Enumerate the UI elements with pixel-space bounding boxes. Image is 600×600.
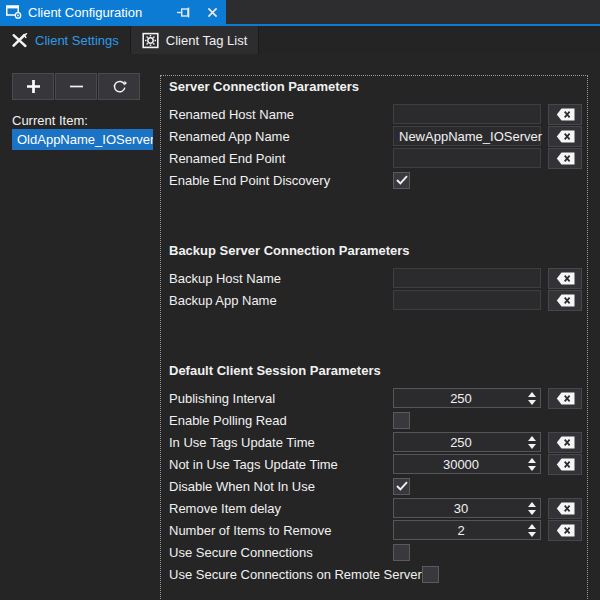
checkbox[interactable] <box>393 172 410 189</box>
clear-field-button[interactable] <box>548 454 582 475</box>
spin-up-button[interactable] <box>528 436 536 441</box>
clear-field-button[interactable] <box>548 520 582 541</box>
param-row: Remove Item delay30 <box>169 497 583 519</box>
settings-section: Default Client Session ParametersPublish… <box>169 361 583 585</box>
clear-field-button[interactable] <box>548 432 582 453</box>
param-label: Backup App Name <box>169 293 393 308</box>
section-title: Default Client Session Parameters <box>169 361 583 381</box>
param-controls: 30000 <box>393 454 583 475</box>
checkbox[interactable] <box>393 478 410 495</box>
number-input[interactable]: 250 <box>393 388 541 408</box>
param-label: Publishing Interval <box>169 391 393 406</box>
close-icon[interactable] <box>207 7 218 18</box>
sidebar: Current Item: OldAppName_IOServer <box>0 54 157 600</box>
clear-field-button[interactable] <box>548 126 582 147</box>
text-input[interactable] <box>393 148 541 168</box>
param-controls <box>393 544 583 561</box>
spin-up-button[interactable] <box>528 502 536 507</box>
spin-up-button[interactable] <box>528 524 536 529</box>
plus-icon <box>26 79 41 94</box>
param-controls <box>393 412 583 429</box>
backspace-clear-icon <box>556 152 575 165</box>
param-label: Remove Item delay <box>169 501 393 516</box>
text-input[interactable]: NewAppName_IOServer <box>393 126 541 146</box>
tools-icon <box>11 33 28 48</box>
backspace-clear-icon <box>556 436 575 449</box>
item-toolbar <box>12 73 140 100</box>
checkbox[interactable] <box>393 412 410 429</box>
param-row: Publishing Interval250 <box>169 387 583 409</box>
clear-field-button[interactable] <box>548 290 582 311</box>
param-label: In Use Tags Update Time <box>169 435 393 450</box>
param-row: Backup Host Name <box>169 267 583 289</box>
param-label: Use Secure Connections <box>169 545 393 560</box>
number-input[interactable]: 2 <box>393 520 541 540</box>
clear-field-button[interactable] <box>548 498 582 519</box>
param-controls <box>422 566 600 583</box>
param-controls: 2 <box>393 520 583 541</box>
tab-client-settings[interactable]: Client Settings <box>0 26 130 54</box>
param-controls <box>393 478 583 495</box>
param-row: In Use Tags Update Time250 <box>169 431 583 453</box>
refresh-icon <box>112 79 127 94</box>
spin-up-button[interactable] <box>528 458 536 463</box>
gear-box-icon <box>142 32 159 49</box>
param-row: Backup App Name <box>169 289 583 311</box>
settings-section: Backup Server Connection ParametersBacku… <box>169 241 583 311</box>
param-label: Enable Polling Read <box>169 413 393 428</box>
param-controls: NewAppName_IOServer <box>393 126 583 147</box>
field-value: 250 <box>450 391 484 406</box>
number-input[interactable]: 30000 <box>393 454 541 474</box>
param-label: Renamed Host Name <box>169 107 393 122</box>
field-value: NewAppName_IOServer <box>394 129 542 144</box>
param-label: Backup Host Name <box>169 271 393 286</box>
window-title-tab[interactable]: Client Configuration <box>0 0 226 24</box>
param-label: Renamed App Name <box>169 129 393 144</box>
number-input[interactable]: 250 <box>393 432 541 452</box>
spinner-arrows <box>528 389 536 407</box>
list-item[interactable]: OldAppName_IOServer <box>12 129 153 150</box>
param-row: Disable When Not In Use <box>169 475 583 497</box>
param-row: Number of Items to Remove2 <box>169 519 583 541</box>
checkbox[interactable] <box>393 544 410 561</box>
number-input[interactable]: 30 <box>393 498 541 518</box>
remove-item-button[interactable] <box>55 73 97 100</box>
clear-field-button[interactable] <box>548 268 582 289</box>
text-input[interactable] <box>393 290 541 310</box>
backspace-clear-icon <box>556 458 575 471</box>
field-value: 250 <box>450 435 484 450</box>
spin-down-button[interactable] <box>528 444 536 449</box>
window-title: Client Configuration <box>28 5 142 20</box>
spin-down-button[interactable] <box>528 466 536 471</box>
backspace-clear-icon <box>556 272 575 285</box>
param-row: Enable End Point Discovery <box>169 169 583 191</box>
checkbox[interactable] <box>422 566 439 583</box>
param-controls: 250 <box>393 432 583 453</box>
param-row: Use Secure Connections on Remote Server <box>169 563 583 585</box>
param-controls <box>393 268 583 289</box>
current-item-label: Current Item: <box>12 113 88 128</box>
add-item-button[interactable] <box>12 73 54 100</box>
text-input[interactable] <box>393 104 541 124</box>
spin-down-button[interactable] <box>528 510 536 515</box>
clear-field-button[interactable] <box>548 388 582 409</box>
refresh-items-button[interactable] <box>98 73 140 100</box>
field-value: 30 <box>454 501 480 516</box>
param-row: Renamed App NameNewAppName_IOServer <box>169 125 583 147</box>
tab-label: Client Tag List <box>166 33 247 48</box>
check-icon <box>396 481 408 491</box>
spin-down-button[interactable] <box>528 532 536 537</box>
param-label: Disable When Not In Use <box>169 479 393 494</box>
clear-field-button[interactable] <box>548 148 582 169</box>
param-label: Renamed End Point <box>169 151 393 166</box>
backspace-clear-icon <box>556 392 575 405</box>
tab-client-tag-list[interactable]: Client Tag List <box>130 26 259 54</box>
titlebar: Client Configuration <box>0 0 600 26</box>
param-row: Use Secure Connections <box>169 541 583 563</box>
pin-icon[interactable] <box>177 7 192 18</box>
spin-up-button[interactable] <box>528 392 536 397</box>
clear-field-button[interactable] <box>548 104 582 125</box>
spin-down-button[interactable] <box>528 400 536 405</box>
text-input[interactable] <box>393 268 541 288</box>
field-value: 2 <box>457 523 476 538</box>
